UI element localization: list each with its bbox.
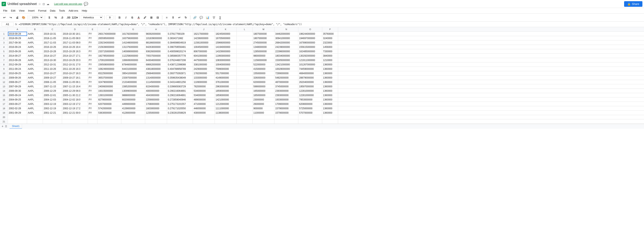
table-cell[interactable]: 5482000000: [274, 76, 298, 80]
table-cell[interactable]: 11581000000: [193, 41, 215, 45]
table-cell[interactable]: [167, 115, 193, 119]
chat-icon[interactable]: 💬: [84, 2, 88, 6]
table-cell[interactable]: [237, 102, 252, 106]
table-cell[interactable]: AAPL: [27, 67, 43, 71]
col-header-N[interactable]: N: [274, 27, 298, 32]
table-cell[interactable]: 6020000000: [121, 97, 145, 102]
table-cell[interactable]: 18245000000: [215, 32, 237, 36]
table-cell[interactable]: 1156000000: [252, 58, 274, 62]
table-cell[interactable]: 13140000000: [145, 76, 167, 80]
table-cell[interactable]: 2429000000: [193, 67, 215, 71]
table-cell[interactable]: 1360000: [322, 106, 338, 110]
font-size-input[interactable]: [106, 15, 113, 20]
table-cell[interactable]: 2015-10-28 16:3: [62, 49, 88, 53]
table-cell[interactable]: 8279000000: [98, 97, 121, 102]
table-cell[interactable]: 101267000000: [298, 62, 322, 67]
text-color-button[interactable]: A: [136, 15, 142, 20]
table-cell[interactable]: FY: [88, 93, 98, 97]
formula-input[interactable]: [19, 23, 642, 26]
hamburger-menu-button[interactable]: ☰: [5, 125, 7, 128]
table-cell[interactable]: 112258000000: [121, 54, 145, 58]
table-cell[interactable]: 74459000000: [298, 67, 322, 71]
menu-view[interactable]: View: [17, 9, 26, 13]
table-cell[interactable]: [215, 115, 237, 119]
bold-button[interactable]: B: [117, 15, 122, 20]
table-cell[interactable]: 4139000000: [121, 106, 145, 110]
table-cell[interactable]: 2007-11-15 16:4: [62, 84, 88, 88]
currency-button[interactable]: $: [46, 15, 52, 20]
table-cell[interactable]: [237, 80, 252, 84]
print-button[interactable]: 🖨: [14, 15, 20, 20]
table-cell[interactable]: [252, 120, 274, 124]
table-cell[interactable]: 194697000000: [298, 36, 322, 40]
comment-button[interactable]: 💬: [198, 15, 204, 20]
table-cell[interactable]: [167, 120, 193, 124]
table-cell[interactable]: 2010-09-25: [8, 71, 27, 75]
table-cell[interactable]: 2017-11-03 08:0: [62, 41, 88, 45]
table-cell[interactable]: 10045000000: [193, 45, 215, 49]
cell-reference-input[interactable]: [2, 22, 14, 26]
table-cell[interactable]: 0.290216064891: [167, 89, 193, 93]
table-cell[interactable]: 162485000000: [298, 49, 322, 53]
table-cell[interactable]: 2011-10-26: [43, 67, 62, 71]
table-cell[interactable]: 8154000000: [145, 84, 167, 88]
table-cell[interactable]: 131376000000: [121, 45, 145, 49]
rows-container[interactable]: 12019-09-28AAPL2019-10-312019-10-30 18:1…: [0, 32, 644, 124]
table-cell[interactable]: 46840000000: [298, 71, 322, 75]
table-cell[interactable]: AAPL: [27, 32, 43, 36]
table-cell[interactable]: 1138000000: [215, 111, 237, 115]
table-cell[interactable]: 415000000: [252, 67, 274, 71]
table-cell[interactable]: 130292000000: [298, 54, 322, 58]
table-cell[interactable]: 13421000000: [274, 62, 298, 67]
table-cell[interactable]: 265595000000: [98, 36, 121, 40]
table-cell[interactable]: 6208000000: [298, 102, 322, 106]
table-cell[interactable]: 65225000000: [98, 71, 121, 75]
table-cell[interactable]: 215639000000: [98, 45, 121, 49]
table-cell[interactable]: 2013-10-30: [43, 58, 62, 62]
table-cell[interactable]: 1859000000: [215, 89, 237, 93]
table-cell[interactable]: 1456000: [322, 45, 338, 49]
table-cell[interactable]: 2007-09-29: [8, 84, 27, 88]
table-cell[interactable]: 2001-12-21 00:0: [62, 111, 88, 115]
col-header-J[interactable]: J: [193, 27, 215, 32]
align-button[interactable]: ≡: [164, 15, 170, 20]
table-cell[interactable]: 140089000000: [121, 49, 145, 53]
table-cell[interactable]: 2010-10-27 16:3: [62, 71, 88, 75]
table-cell[interactable]: 64431000000: [121, 67, 145, 71]
menu-format[interactable]: Format: [36, 9, 48, 13]
cloud-icon[interactable]: ☁: [46, 3, 49, 6]
table-cell[interactable]: 182795000000: [98, 54, 121, 58]
table-cell[interactable]: 6207000000: [98, 102, 121, 106]
table-cell[interactable]: FY: [88, 71, 98, 75]
folder-icon[interactable]: ⊡: [42, 3, 45, 6]
table-cell[interactable]: 22396000000: [274, 49, 298, 53]
table-cell[interactable]: [237, 84, 252, 88]
table-cell[interactable]: 4128000000: [121, 111, 145, 115]
table-cell[interactable]: 43818000000: [145, 67, 167, 71]
table-cell[interactable]: 84263000000: [145, 45, 167, 49]
table-cell[interactable]: 88186000000: [145, 41, 167, 45]
table-cell[interactable]: 2014-10-27 17:1: [62, 54, 88, 58]
table-cell[interactable]: FY: [88, 32, 98, 36]
table-cell[interactable]: 4000000000: [145, 89, 167, 93]
table-cell[interactable]: 6041000000: [193, 54, 215, 58]
table-cell[interactable]: AAPL: [27, 89, 43, 93]
table-cell[interactable]: [193, 120, 215, 124]
table-cell[interactable]: 1360000: [322, 102, 338, 106]
table-cell[interactable]: 2006-12-29 06:0: [62, 89, 88, 93]
table-cell[interactable]: 1109000000: [193, 80, 215, 84]
table-cell[interactable]: 782000000: [193, 84, 215, 88]
col-header-K[interactable]: K: [215, 27, 237, 32]
table-cell[interactable]: 64304000000: [145, 58, 167, 62]
table-cell[interactable]: 2018-11-05 08:0: [62, 36, 88, 40]
table-cell[interactable]: 0.279171020550: [167, 106, 193, 110]
table-cell[interactable]: [237, 36, 252, 40]
table-cell[interactable]: 326000000: [252, 76, 274, 80]
star-icon[interactable]: ☆: [38, 3, 41, 6]
table-cell[interactable]: FY: [88, 54, 98, 58]
col-header-F[interactable]: F: [98, 27, 121, 32]
table-cell[interactable]: 7599000000: [215, 67, 237, 71]
table-cell[interactable]: 1579000000: [274, 111, 298, 115]
table-cell[interactable]: 4475000000: [193, 58, 215, 62]
table-cell[interactable]: [145, 120, 167, 124]
